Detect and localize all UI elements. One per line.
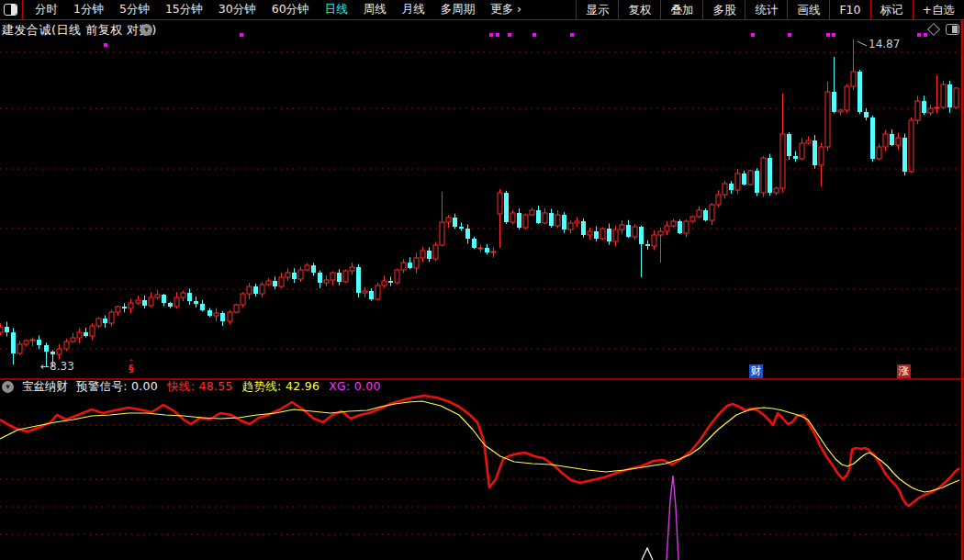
candle-down	[427, 251, 432, 259]
candle-up	[530, 210, 534, 215]
fast-line	[0, 396, 959, 506]
indicator-chevron-icon[interactable]: ▾	[2, 381, 14, 393]
candle-up	[228, 312, 232, 321]
candle-down	[902, 138, 907, 172]
period-tab-5分钟[interactable]: 5分钟	[119, 2, 150, 17]
signal-dot	[924, 33, 927, 37]
period-tab-多周期[interactable]: 多周期	[441, 2, 476, 17]
indicator-values: 预警信号: 0.00快线: 48.55趋势线: 42.96XG: 0.00	[76, 379, 390, 395]
candle-up	[671, 221, 676, 226]
window-split-icon[interactable]	[946, 24, 959, 35]
candle-down	[607, 229, 611, 241]
candle-down	[742, 174, 746, 185]
candle-up	[96, 319, 101, 326]
candle-up	[0, 327, 3, 332]
period-tab-30分钟[interactable]: 30分钟	[219, 2, 256, 17]
toolbar-divider	[22, 0, 23, 19]
signal-dot	[496, 33, 499, 37]
candle-up	[543, 213, 547, 223]
candle-up	[155, 295, 160, 297]
candle-down	[536, 210, 541, 223]
period-tab-15分钟[interactable]: 15分钟	[165, 2, 203, 17]
candle-down	[194, 301, 198, 304]
candle-up	[90, 326, 95, 336]
high-price-label: 14.87	[869, 38, 900, 50]
indicator-name[interactable]: 宝盆纳财	[22, 379, 68, 395]
candle-down	[103, 319, 107, 323]
candle-up	[877, 147, 881, 159]
period-tab-周线[interactable]: 周线	[364, 2, 387, 17]
period-tab-分时[interactable]: 分时	[35, 2, 58, 17]
candle-up	[241, 294, 245, 305]
toolbar-button-复权[interactable]: 复权	[618, 0, 660, 19]
candle-up	[116, 307, 120, 312]
candle-down	[890, 134, 894, 145]
candle-down	[703, 210, 708, 220]
chart-badge-财: 财	[749, 364, 763, 378]
candle-up	[620, 225, 624, 230]
period-tab-日线[interactable]: 日线	[325, 2, 348, 17]
candle-up	[723, 184, 727, 195]
candle-up	[350, 267, 354, 271]
candle-down	[813, 140, 817, 165]
candle-up	[414, 258, 419, 268]
candle-up	[658, 231, 663, 235]
candle-up	[716, 195, 721, 205]
symbol-title: 建发合诚(日线 前复权 对数)	[2, 22, 157, 39]
period-tab-更多 ›[interactable]: 更多 ›	[490, 2, 521, 17]
toolbar-button-叠加[interactable]: 叠加	[660, 0, 702, 19]
candle-up	[343, 271, 348, 282]
signal-dot	[104, 43, 107, 47]
candle-down	[356, 267, 361, 293]
candle-up	[896, 138, 901, 145]
period-tabs: 分时1分钟5分钟15分钟30分钟60分钟日线周线月线多周期更多 ›	[35, 2, 521, 17]
candle-down	[549, 213, 554, 226]
candle-up	[420, 251, 425, 258]
candle-up	[523, 215, 528, 228]
candle-up	[954, 88, 958, 107]
candle-down	[729, 184, 734, 190]
candle-down	[858, 72, 862, 112]
candle-up	[697, 210, 701, 217]
period-tab-1分钟[interactable]: 1分钟	[73, 2, 104, 17]
candle-up	[690, 217, 695, 221]
candle-up	[555, 215, 560, 226]
candle-down	[318, 273, 322, 283]
signal-marker: ˆ§	[129, 362, 134, 372]
candle-up	[652, 235, 656, 246]
candle-up	[800, 143, 804, 159]
period-tab-60分钟[interactable]: 60分钟	[272, 2, 309, 17]
candle-down	[311, 265, 316, 273]
candle-down	[142, 300, 147, 306]
chevron-down-icon[interactable]: ▾	[140, 24, 152, 36]
signal-dot	[532, 33, 536, 37]
candle-down	[122, 307, 127, 308]
toolbar-button-多股[interactable]: 多股	[702, 0, 745, 19]
candle-down	[793, 156, 798, 159]
signal-caret	[642, 548, 653, 560]
candle-up	[24, 341, 28, 344]
toolbar-button-F10[interactable]: F10	[829, 0, 869, 19]
candle-down	[453, 218, 457, 227]
candle-down	[626, 225, 631, 237]
candle-up	[214, 313, 219, 316]
split-layout-icon[interactable]	[4, 4, 17, 16]
period-tab-月线[interactable]: 月线	[402, 2, 425, 17]
toolbar-button-显示[interactable]: 显示	[576, 0, 618, 19]
candle-down	[253, 286, 258, 294]
signal-dot	[240, 33, 243, 37]
candle-down	[50, 352, 55, 354]
toolbar-button-统计[interactable]: 统计	[745, 0, 787, 19]
candle-down	[292, 273, 297, 279]
candle-down	[504, 193, 509, 222]
candle-down	[388, 281, 393, 283]
candle-down	[207, 310, 212, 316]
toolbar-button-画线[interactable]: 画线	[787, 0, 829, 19]
candle-up	[633, 227, 637, 237]
candle-down	[187, 293, 192, 301]
candle-up	[234, 305, 239, 312]
candle-up	[109, 312, 114, 323]
toolbar-button-标记[interactable]: 标记	[870, 0, 913, 19]
toolbar-button-+自选[interactable]: +自选	[913, 0, 964, 19]
signal-dot	[917, 33, 921, 37]
